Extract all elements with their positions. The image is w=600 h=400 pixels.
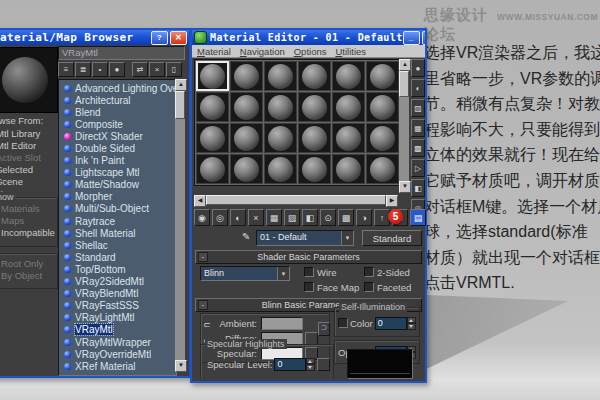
shader-rollout-header[interactable]: - Shader Basic Parameters	[195, 250, 422, 264]
material-list-item[interactable]: Shell Material	[59, 227, 176, 239]
material-slot[interactable]	[366, 154, 399, 184]
self-illum-color-spinner[interactable]: 0	[375, 317, 416, 330]
show-map-in-viewport-icon[interactable]: ▩	[338, 209, 354, 226]
view-list-plus-icon[interactable]: ≣	[75, 62, 91, 77]
material-list-item[interactable]: XRef Material	[59, 360, 176, 372]
scroll-right-arrow-icon[interactable]: ▶	[386, 195, 398, 207]
ambient-color-swatch[interactable]	[261, 317, 303, 330]
view-large-icons-icon[interactable]: ●	[109, 62, 125, 77]
material-slot[interactable]	[196, 92, 229, 122]
faceted-checkbox[interactable]	[364, 282, 374, 292]
make-unique-icon[interactable]: ▨	[284, 209, 300, 226]
material-map-navigator-icon[interactable]: ▤	[410, 209, 426, 226]
maximize-button[interactable]: □	[422, 31, 425, 45]
menu-item[interactable]: Navigation	[240, 46, 285, 57]
material-list-item[interactable]: VRayOverrideMtl	[59, 348, 176, 360]
material-list-item[interactable]: Top/Bottom	[59, 263, 176, 275]
scrollbar-thumb[interactable]	[175, 91, 185, 119]
material-slot[interactable]	[366, 92, 399, 122]
shader-type-dropdown[interactable]: Blinn ▼	[200, 266, 290, 281]
backlight-icon[interactable]: ◐	[411, 79, 425, 97]
get-material-icon[interactable]: ◉	[194, 209, 210, 226]
sample-uv-tiling-icon[interactable]: ▦	[411, 119, 425, 137]
material-list-item[interactable]: Raytrace	[59, 215, 176, 227]
options-icon[interactable]: ◧	[411, 179, 425, 197]
slot-vertical-scrollbar[interactable]: ▲ ▼	[399, 59, 409, 193]
specular-level-map-button[interactable]	[317, 358, 330, 371]
menu-item[interactable]: Material	[197, 46, 231, 57]
make-preview-icon[interactable]: ▷	[411, 159, 425, 177]
face-map-checkbox[interactable]	[304, 282, 314, 292]
reset-map-icon[interactable]: ×	[248, 209, 264, 226]
collapse-icon[interactable]: -	[198, 300, 208, 310]
material-list-item[interactable]: VRayFastSSS	[59, 300, 176, 312]
put-material-to-scene-icon[interactable]: ◎	[212, 209, 228, 226]
material-slot[interactable]	[332, 92, 365, 122]
material-list-item[interactable]: VRayBlendMtl	[59, 288, 176, 300]
assign-material-to-selection-icon[interactable]: ◐	[230, 209, 246, 226]
show-option[interactable]: Incompatible	[0, 227, 57, 239]
material-slot[interactable]	[230, 92, 263, 122]
help-button[interactable]: ?	[151, 31, 168, 45]
scroll-down-arrow-icon[interactable]: ▼	[399, 181, 411, 193]
pick-material-eyedropper-icon[interactable]: ✎	[242, 231, 250, 242]
browse-from-option[interactable]: Scene	[0, 176, 60, 188]
material-list-item[interactable]: Composite	[59, 118, 176, 130]
material-slot[interactable]	[264, 123, 297, 153]
material-list-scrollbar[interactable]: ▲ ▼	[175, 79, 185, 372]
material-list-item[interactable]: Matte/Shadow	[59, 179, 176, 191]
self-illum-checkbox[interactable]	[338, 318, 348, 328]
material-slot[interactable]	[196, 123, 229, 153]
material-list-item[interactable]: Ink 'n Paint	[59, 155, 176, 167]
material-name-dropdown[interactable]: 01 - Default ▼	[256, 230, 354, 246]
material-list-item[interactable]: VRayMtl	[59, 324, 176, 336]
sample-type-icon[interactable]: ●	[411, 59, 425, 77]
material-list-item[interactable]: VRay2SidedMtl	[59, 276, 176, 288]
show-option[interactable]: Maps	[0, 215, 57, 227]
put-to-library-icon[interactable]: ◧	[302, 209, 318, 226]
material-list-item[interactable]: Architectural	[59, 94, 176, 106]
material-name-filter-input[interactable]: VRayMtl	[58, 46, 185, 60]
material-slot[interactable]	[264, 154, 297, 184]
two-sided-checkbox[interactable]	[364, 267, 374, 277]
video-color-check-icon[interactable]: ▩	[411, 139, 425, 157]
material-slot[interactable]	[196, 154, 229, 184]
minimize-button[interactable]: _	[403, 31, 420, 45]
material-slot[interactable]	[298, 61, 331, 91]
dropdown-arrow-icon[interactable]: ▼	[341, 231, 353, 245]
material-slot[interactable]	[298, 123, 331, 153]
ambient-diffuse-interlock-button[interactable]: ⊃	[318, 322, 330, 336]
menu-item[interactable]: Options	[294, 46, 327, 57]
material-list-item[interactable]: VRayMtlWrapper	[59, 336, 176, 348]
material-id-channel-icon[interactable]: ⊙	[320, 209, 336, 226]
menu-item[interactable]: Utilities	[335, 46, 366, 57]
material-list-item[interactable]: Morpher	[59, 191, 176, 203]
browse-from-option[interactable]: Mtl Editor	[0, 140, 60, 152]
material-list-item[interactable]: Double Sided	[59, 142, 176, 154]
material-list-item[interactable]: Advanced Lighting Override	[59, 82, 176, 94]
background-icon[interactable]: ▨	[411, 99, 425, 117]
scroll-up-arrow-icon[interactable]: ▲	[175, 79, 187, 91]
close-button[interactable]: ✕	[170, 31, 187, 45]
browse-from-option[interactable]: Selected	[0, 164, 60, 176]
material-list-item[interactable]: Blend	[59, 106, 176, 118]
material-slot[interactable]	[298, 92, 331, 122]
specular-level-spinner[interactable]: 0	[274, 358, 315, 371]
material-type-button[interactable]: Standard	[362, 230, 422, 246]
material-list-item[interactable]: Lightscape Mtl	[59, 167, 176, 179]
material-list-item[interactable]: DirectX Shader	[59, 130, 176, 142]
scroll-down-arrow-icon[interactable]: ▼	[175, 360, 187, 372]
material-slot[interactable]	[264, 92, 297, 122]
slot-horizontal-scrollbar[interactable]: ◀ ▶	[194, 195, 398, 205]
wire-checkbox[interactable]	[304, 267, 314, 277]
scroll-left-arrow-icon[interactable]: ◀	[194, 195, 206, 207]
material-slot[interactable]	[230, 123, 263, 153]
material-slot[interactable]	[298, 154, 331, 184]
material-list-item[interactable]: VRayLightMtl	[59, 312, 176, 324]
material-slot[interactable]	[230, 154, 263, 184]
material-slot[interactable]	[264, 61, 297, 91]
clear-material-library-icon[interactable]: ▯	[166, 62, 182, 77]
browse-from-option[interactable]: Active Slot	[0, 152, 60, 164]
view-list-icon[interactable]: ≡	[58, 62, 74, 77]
material-slot[interactable]	[366, 123, 399, 153]
